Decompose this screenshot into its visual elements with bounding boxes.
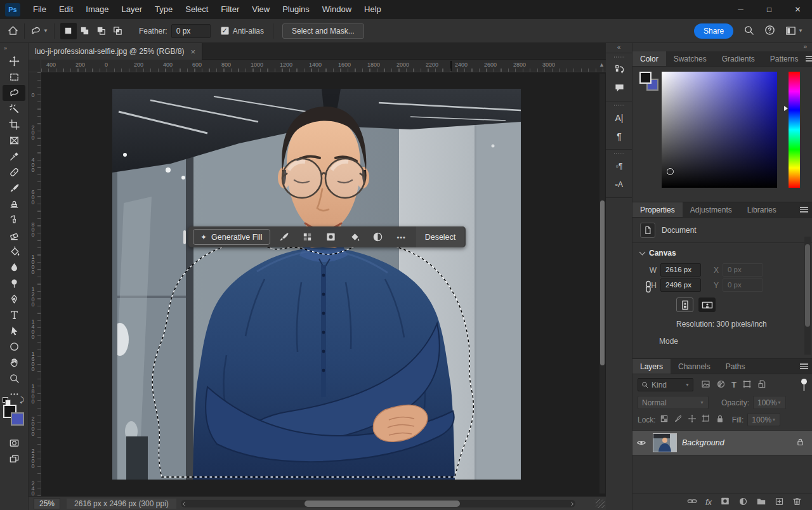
clone-stamp-tool[interactable] — [3, 196, 25, 212]
menu-image[interactable]: Image — [79, 0, 115, 19]
new-layer-icon[interactable] — [775, 497, 784, 508]
path-selection-tool[interactable] — [3, 323, 25, 339]
tab-color[interactable]: Color — [632, 51, 666, 66]
intersect-selection-mode-button[interactable] — [110, 23, 126, 39]
brush-tool[interactable] — [3, 180, 25, 196]
layer-row-background[interactable]: Background — [632, 430, 812, 455]
lock-transparency-icon[interactable] — [660, 414, 669, 425]
default-colors-icon[interactable] — [3, 397, 8, 403]
landscape-orientation-button[interactable] — [698, 298, 716, 312]
anti-alias-checkbox[interactable]: ✓ — [221, 27, 229, 35]
workspace-switcher-icon[interactable]: ▼ — [785, 25, 803, 36]
paragraph-panel-icon[interactable]: ¶ — [606, 127, 632, 145]
hue-slider-pointer[interactable] — [784, 106, 788, 111]
modify-selection-icon[interactable] — [298, 229, 317, 245]
zoom-tool[interactable] — [3, 370, 25, 386]
taskbar-drag-handle[interactable] — [183, 230, 186, 244]
delete-layer-icon[interactable] — [792, 497, 802, 508]
pen-tool[interactable] — [3, 291, 25, 307]
subtract-from-selection-mode-button[interactable] — [93, 23, 110, 39]
new-selection-mode-button[interactable] — [60, 23, 77, 39]
dodge-tool[interactable] — [3, 275, 25, 291]
menu-select[interactable]: Select — [179, 0, 214, 19]
properties-scrollbar[interactable] — [804, 237, 811, 355]
tab-paths[interactable]: Paths — [718, 359, 753, 374]
tab-patterns[interactable]: Patterns — [763, 51, 806, 66]
portrait-orientation-button[interactable] — [676, 298, 693, 312]
menu-help[interactable]: Help — [358, 0, 388, 19]
filter-smart-objects-icon[interactable] — [757, 379, 767, 391]
scroll-left-icon[interactable] — [183, 502, 187, 506]
menu-plugins[interactable]: Plugins — [276, 0, 316, 19]
maximize-button[interactable]: □ — [755, 0, 783, 19]
generative-fill-button[interactable]: ✦ Generative Fill — [193, 229, 270, 245]
menu-file[interactable]: File — [27, 0, 53, 19]
hue-slider[interactable] — [789, 72, 800, 188]
layer-visibility-eye-icon[interactable] — [632, 438, 650, 448]
foreground-color-swatch[interactable] — [639, 72, 652, 84]
dock-drag-handle[interactable] — [614, 56, 624, 58]
scroll-up-icon[interactable]: ▲ — [599, 62, 605, 68]
blend-mode-dropdown[interactable]: Normal ▼ — [638, 396, 709, 409]
tab-swatches[interactable]: Swatches — [666, 51, 714, 66]
color-field[interactable] — [662, 72, 777, 188]
feather-input[interactable]: 0 px — [171, 24, 211, 38]
new-group-icon[interactable] — [756, 496, 766, 508]
history-panel-icon[interactable] — [606, 60, 632, 79]
layer-name[interactable]: Background — [682, 438, 724, 447]
comments-panel-icon[interactable] — [606, 79, 632, 97]
filter-image-layers-icon[interactable] — [701, 379, 710, 391]
help-icon[interactable] — [764, 25, 775, 37]
menu-filter[interactable]: Filter — [214, 0, 246, 19]
invert-selection-icon[interactable] — [369, 229, 388, 245]
panel-menu-icon[interactable] — [796, 359, 812, 374]
expand-panels-icon[interactable]: « — [606, 43, 632, 53]
canvas-width-input[interactable]: 2616 px — [660, 263, 701, 277]
tab-close-icon[interactable]: × — [191, 47, 196, 56]
menu-layer[interactable]: Layer — [115, 0, 149, 19]
background-color-swatch[interactable] — [11, 412, 24, 426]
tools-collapse-toggle[interactable]: » — [0, 43, 28, 53]
properties-scroll-thumb[interactable] — [805, 244, 810, 327]
tab-channels[interactable]: Channels — [671, 359, 718, 374]
character-styles-panel-icon[interactable]: ▫A — [606, 175, 632, 193]
fill-selection-icon[interactable] — [345, 229, 364, 245]
close-button[interactable]: ✕ — [783, 0, 812, 19]
frame-tool[interactable] — [3, 133, 25, 148]
eraser-tool[interactable] — [3, 228, 25, 244]
mode-section-label[interactable]: Mode — [659, 337, 812, 346]
magic-wand-tool[interactable] — [3, 101, 25, 117]
filter-shape-layers-icon[interactable] — [742, 379, 752, 391]
lock-position-icon[interactable] — [688, 414, 697, 425]
filter-adjustment-layers-icon[interactable] — [716, 379, 726, 391]
document-tab[interactable]: luo-ji-professional-selfie.jpg @ 25% (RG… — [29, 43, 202, 60]
panel-menu-icon[interactable] — [806, 51, 812, 66]
link-dimensions-icon[interactable] — [644, 280, 653, 295]
link-layers-icon[interactable] — [687, 496, 697, 508]
lasso-tool[interactable] — [3, 85, 25, 101]
dock-drag-handle[interactable] — [614, 105, 624, 106]
blur-tool[interactable] — [3, 259, 25, 275]
crop-tool[interactable] — [3, 117, 25, 133]
home-icon[interactable] — [8, 25, 18, 36]
canvas-section-header[interactable]: Canvas — [632, 243, 812, 261]
collapse-panels-icon[interactable]: » — [632, 43, 812, 51]
more-options-icon[interactable]: ••• — [392, 229, 411, 245]
swap-colors-icon[interactable]: ⤸ — [20, 396, 24, 404]
fill-value-dropdown[interactable]: 100% ▼ — [747, 413, 780, 426]
tab-adjustments[interactable]: Adjustments — [683, 202, 740, 217]
add-to-selection-mode-button[interactable] — [77, 23, 93, 39]
ruler-origin-corner[interactable] — [29, 60, 41, 72]
spot-healing-brush-tool[interactable] — [3, 164, 25, 180]
scroll-right-icon[interactable] — [569, 502, 573, 506]
quick-mask-mode-button[interactable] — [3, 435, 25, 451]
layer-filter-kind-dropdown[interactable]: Kind ▼ — [638, 378, 693, 391]
opacity-value-dropdown[interactable]: 100% ▼ — [753, 396, 786, 409]
search-icon[interactable] — [743, 25, 754, 37]
hand-tool[interactable] — [3, 355, 25, 370]
menu-window[interactable]: Window — [316, 0, 358, 19]
deselect-button[interactable]: Deselect — [416, 226, 465, 247]
share-button[interactable]: Share — [694, 23, 733, 39]
eyedropper-tool[interactable] — [3, 148, 25, 164]
paint-bucket-tool[interactable] — [3, 244, 25, 259]
